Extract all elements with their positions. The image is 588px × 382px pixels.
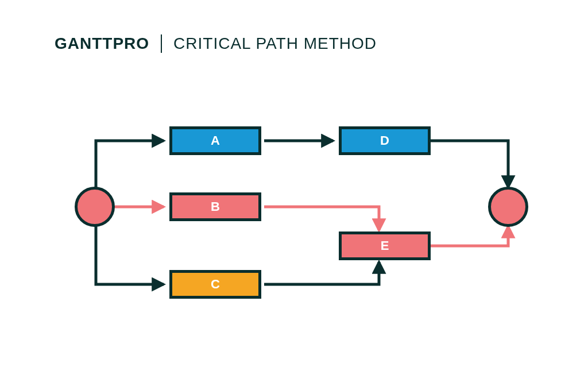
edge-C-E	[264, 262, 379, 284]
start-node	[75, 187, 115, 227]
node-A-label: A	[211, 133, 220, 148]
node-D-label: D	[380, 133, 389, 148]
connectors-svg	[57, 109, 528, 327]
node-B-label: B	[211, 199, 220, 214]
cpm-diagram: A B C D E	[57, 109, 528, 327]
edge-B-E	[264, 207, 379, 230]
node-D: D	[339, 126, 431, 155]
edge-start-A	[96, 141, 164, 198]
node-B: B	[169, 192, 261, 221]
logo: GANTTPRO	[55, 34, 149, 53]
node-E: E	[339, 231, 431, 260]
node-E-label: E	[381, 238, 389, 253]
edge-start-C	[96, 215, 164, 284]
end-node	[488, 187, 528, 227]
node-A: A	[169, 126, 261, 155]
node-C: C	[169, 270, 261, 299]
edge-D-end	[427, 141, 508, 187]
header: GANTTPRO CRITICAL PATH METHOD	[55, 34, 377, 53]
header-divider	[161, 34, 162, 53]
edge-E-end	[427, 226, 508, 246]
page-title: CRITICAL PATH METHOD	[173, 34, 377, 53]
node-C-label: C	[211, 277, 220, 292]
